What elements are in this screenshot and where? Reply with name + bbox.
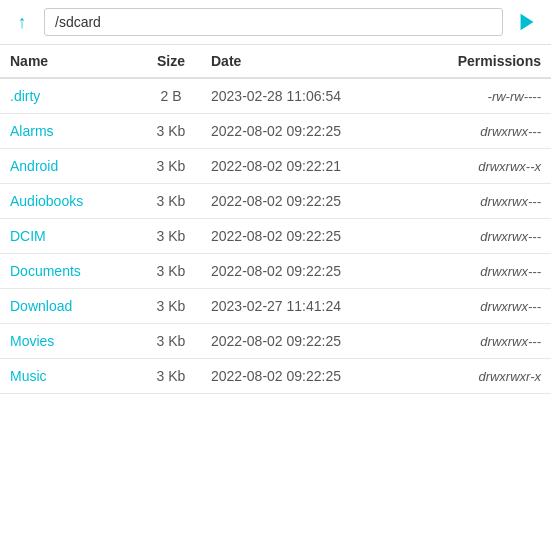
file-permissions: drwxrwx--- [411,124,541,139]
file-date: 2022-08-02 09:22:21 [211,158,411,174]
file-size: 3 Kb [131,298,211,314]
file-permissions: drwxrwxr-x [411,369,541,384]
file-date: 2022-08-02 09:22:25 [211,368,411,384]
file-date: 2023-02-27 11:41:24 [211,298,411,314]
file-size: 3 Kb [131,158,211,174]
file-permissions: drwxrwx--- [411,264,541,279]
file-date: 2022-08-02 09:22:25 [211,193,411,209]
table-row[interactable]: Movies 3 Kb 2022-08-02 09:22:25 drwxrwx-… [0,324,551,359]
col-header-size: Size [131,53,211,69]
table-row[interactable]: Audiobooks 3 Kb 2022-08-02 09:22:25 drwx… [0,184,551,219]
file-name[interactable]: DCIM [10,228,131,244]
file-permissions: drwxrwx--x [411,159,541,174]
file-size: 3 Kb [131,368,211,384]
table-row[interactable]: Download 3 Kb 2023-02-27 11:41:24 drwxrw… [0,289,551,324]
file-permissions: drwxrwx--- [411,229,541,244]
file-name[interactable]: Android [10,158,131,174]
file-name[interactable]: Alarms [10,123,131,139]
file-date: 2022-08-02 09:22:25 [211,228,411,244]
file-list: .dirty 2 B 2023-02-28 11:06:54 -rw-rw---… [0,79,551,394]
file-size: 3 Kb [131,123,211,139]
table-row[interactable]: Music 3 Kb 2022-08-02 09:22:25 drwxrwxr-… [0,359,551,394]
file-name[interactable]: Music [10,368,131,384]
col-header-name: Name [10,53,131,69]
table-row[interactable]: .dirty 2 B 2023-02-28 11:06:54 -rw-rw---… [0,79,551,114]
up-button[interactable]: ↑ [10,12,34,33]
file-size: 3 Kb [131,263,211,279]
file-permissions: drwxrwx--- [411,299,541,314]
path-input[interactable] [44,8,503,36]
svg-marker-0 [521,14,534,31]
file-size: 3 Kb [131,193,211,209]
table-row[interactable]: DCIM 3 Kb 2022-08-02 09:22:25 drwxrwx--- [0,219,551,254]
table-row[interactable]: Alarms 3 Kb 2022-08-02 09:22:25 drwxrwx-… [0,114,551,149]
file-permissions: drwxrwx--- [411,334,541,349]
file-date: 2022-08-02 09:22:25 [211,333,411,349]
file-name[interactable]: .dirty [10,88,131,104]
file-date: 2022-08-02 09:22:25 [211,263,411,279]
col-header-permissions: Permissions [411,53,541,69]
table-header: Name Size Date Permissions [0,45,551,79]
file-size: 3 Kb [131,333,211,349]
file-name[interactable]: Audiobooks [10,193,131,209]
file-name[interactable]: Movies [10,333,131,349]
file-name[interactable]: Documents [10,263,131,279]
col-header-date: Date [211,53,411,69]
file-name[interactable]: Download [10,298,131,314]
file-date: 2023-02-28 11:06:54 [211,88,411,104]
file-date: 2022-08-02 09:22:25 [211,123,411,139]
table-row[interactable]: Documents 3 Kb 2022-08-02 09:22:25 drwxr… [0,254,551,289]
header-bar: ↑ [0,0,551,45]
table-row[interactable]: Android 3 Kb 2022-08-02 09:22:21 drwxrwx… [0,149,551,184]
file-permissions: drwxrwx--- [411,194,541,209]
go-button[interactable] [513,11,541,33]
file-size: 3 Kb [131,228,211,244]
file-size: 2 B [131,88,211,104]
file-permissions: -rw-rw---- [411,89,541,104]
